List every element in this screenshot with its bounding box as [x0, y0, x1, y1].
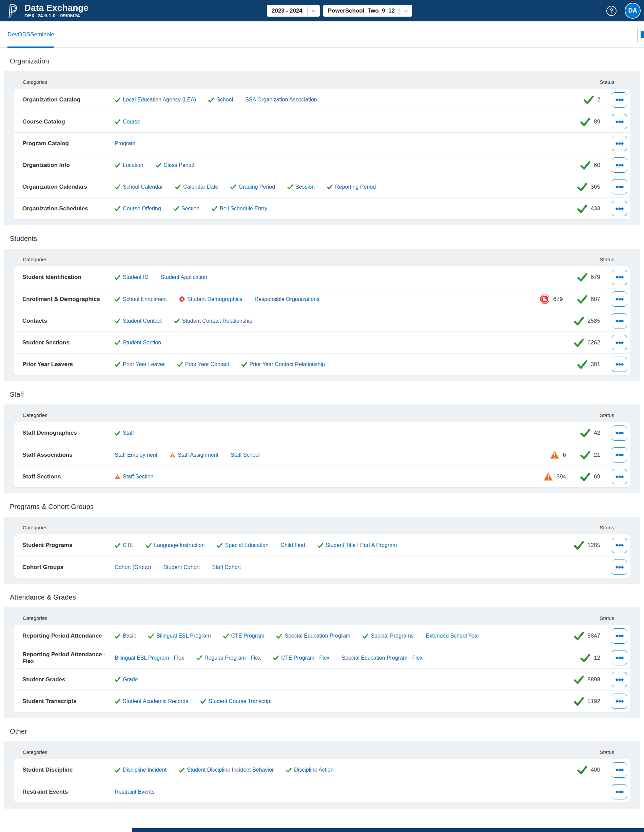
row-actions-button[interactable]	[612, 157, 627, 173]
entity-link[interactable]: Class Period	[156, 162, 195, 168]
row-actions-button[interactable]	[612, 784, 627, 799]
row-actions-button[interactable]	[612, 629, 627, 644]
entity-link[interactable]: Section	[173, 206, 200, 212]
tab-devodsseminole[interactable]: DevODSSeminole	[8, 21, 54, 48]
entity-link[interactable]: Local Education Agency (LEA)	[115, 97, 196, 103]
chevron-down-icon	[308, 8, 320, 14]
school-year-dropdown[interactable]: 2023 - 2024	[267, 5, 320, 17]
entity-link[interactable]: Student Cohort	[163, 564, 200, 570]
entity-link[interactable]: Student ID	[115, 274, 149, 280]
success-status: 69	[580, 472, 600, 482]
horizontal-scrollbar-thumb[interactable]	[132, 828, 644, 832]
entity-link[interactable]: Grade	[115, 677, 138, 683]
entity-link[interactable]: Basic	[115, 633, 136, 639]
entity-link[interactable]: Cohort (Group)	[115, 564, 151, 570]
entity-link[interactable]: Location	[115, 162, 144, 168]
row-actions-button[interactable]	[612, 313, 627, 328]
entity-link[interactable]: Student Academic Records	[115, 698, 188, 704]
status-area: 8898	[574, 675, 610, 685]
category-row: Organization InfoLocationClass Period60	[14, 154, 630, 176]
check-icon	[174, 318, 180, 324]
entity-link[interactable]: Program	[115, 141, 135, 147]
row-actions-button[interactable]	[612, 762, 627, 778]
row-actions-button[interactable]	[612, 114, 627, 129]
row-actions-button[interactable]	[612, 560, 627, 575]
entity-link[interactable]: Special Education Program	[276, 633, 350, 639]
entity-link[interactable]: Prior Year Leaver	[115, 362, 165, 368]
entity-link[interactable]: CTE Program	[223, 633, 265, 639]
row-actions-button[interactable]	[612, 469, 627, 484]
success-status: 42	[580, 428, 600, 438]
entity-link[interactable]: Course Offering	[115, 206, 161, 212]
entity-link[interactable]: Student Title I Part A Program	[317, 542, 397, 548]
entity-link[interactable]: Student Contact Relationship	[174, 318, 252, 324]
entity-link[interactable]: Special Education	[217, 542, 268, 548]
ellipsis-icon	[615, 563, 624, 572]
entity-link[interactable]: Course	[115, 119, 141, 125]
entity-link[interactable]: Bilingual ESL Program - Flex	[115, 655, 184, 661]
row-actions-button[interactable]	[612, 538, 627, 553]
row-actions-button[interactable]	[612, 291, 627, 307]
entity-link[interactable]: Responsible Organizations	[255, 296, 320, 302]
row-actions-button[interactable]	[612, 92, 627, 107]
row-actions-button[interactable]	[612, 136, 627, 151]
entity-link[interactable]: Student Application	[161, 274, 207, 280]
avatar[interactable]: DA	[625, 3, 641, 19]
check-icon	[177, 362, 183, 367]
category-name: Organization Catalog	[22, 96, 115, 103]
help-icon[interactable]: ?	[606, 6, 617, 16]
entity-link[interactable]: Staff Assignment	[169, 452, 218, 458]
entity-link[interactable]: Staff Cohort	[212, 564, 241, 570]
entity-link[interactable]: Staff	[115, 430, 134, 436]
entity-link[interactable]: Student Discipline Incident Behavior	[179, 767, 274, 773]
row-actions-button[interactable]	[612, 426, 627, 441]
entity-link[interactable]: CTE	[115, 542, 134, 548]
entity-link[interactable]: Child Find	[281, 542, 305, 548]
entity-link[interactable]: Discipline Action	[286, 767, 334, 773]
entity-link[interactable]: Grading Period	[230, 184, 275, 190]
data-source-dropdown[interactable]: PowerSchool_Two_9_12	[323, 5, 412, 17]
success-status-count: 301	[591, 361, 600, 368]
entity-link[interactable]: Extended School Year	[426, 633, 479, 639]
entity-link[interactable]: School Calendar	[115, 184, 163, 190]
entity-link[interactable]: Prior Year Contact Relationship	[241, 362, 325, 368]
row-actions-button[interactable]	[612, 447, 627, 462]
row-actions-button[interactable]	[612, 357, 627, 372]
entity-link[interactable]: CTE Program - Flex	[273, 655, 329, 661]
entity-link[interactable]: Staff Employment	[115, 452, 157, 458]
entity-link[interactable]: School Enrollment	[115, 296, 167, 302]
check-icon	[115, 275, 120, 280]
entity-link[interactable]: School	[208, 97, 233, 103]
entity-link[interactable]: Student Course Transcript	[200, 698, 272, 704]
entity-link[interactable]: Regular Program - Flex	[197, 655, 261, 661]
row-actions-button[interactable]	[612, 179, 627, 194]
entity-link[interactable]: Discipline Incident	[115, 767, 166, 773]
entity-link[interactable]: Student Demographics	[179, 296, 243, 302]
entity-link[interactable]: Student Section	[115, 340, 161, 346]
entity-link[interactable]: Student Contact	[115, 318, 162, 324]
entity-link[interactable]: Special Programs	[363, 633, 413, 639]
row-actions-button[interactable]	[612, 270, 627, 285]
category-name: Staff Demographics	[22, 430, 115, 436]
entity-link[interactable]: Session	[287, 184, 315, 190]
entity-link[interactable]: Calendar Date	[175, 184, 218, 190]
error-status-count: 679	[553, 296, 563, 303]
entity-link[interactable]: SSA Organization Association	[245, 97, 317, 103]
entity-link[interactable]: Special Education Program - Flex	[342, 655, 422, 661]
entity-link-label: Cohort (Group)	[115, 564, 151, 570]
row-actions-button[interactable]	[612, 650, 627, 666]
row-actions-button[interactable]	[612, 335, 627, 350]
row-actions-button[interactable]	[612, 672, 627, 687]
row-actions-button[interactable]	[612, 694, 627, 709]
entity-link[interactable]: Staff Section	[115, 474, 153, 480]
entity-link[interactable]: Prior Year Contact	[177, 362, 229, 368]
side-panel-toggle[interactable]	[638, 27, 644, 42]
entity-link[interactable]: Language Instruction	[146, 542, 205, 548]
entity-link-label: Grading Period	[238, 184, 275, 190]
entity-link[interactable]: Bell Schedule Entry	[212, 206, 267, 212]
entity-link[interactable]: Staff School	[231, 452, 260, 458]
entity-link[interactable]: Restraint Events	[115, 789, 154, 795]
entity-link[interactable]: Reporting Period	[327, 184, 376, 190]
entity-link[interactable]: Bilingual ESL Program	[148, 633, 211, 639]
row-actions-button[interactable]	[612, 201, 627, 216]
